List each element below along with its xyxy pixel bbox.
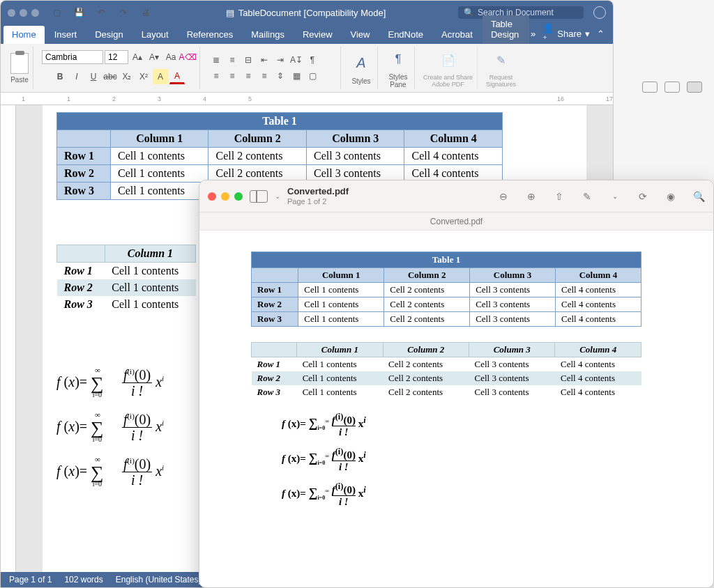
table-row: Row 1Cell 1 contents <box>57 263 196 280</box>
horizontal-ruler[interactable]: 11 23 45 1617 <box>1 93 613 105</box>
line-spacing-icon[interactable]: ⇕ <box>273 68 288 84</box>
underline-button[interactable]: U <box>86 69 101 84</box>
subscript-button[interactable]: X₂ <box>119 69 135 84</box>
pdf-table-1: Table 1 Column 1Column 2Column 3Column 4… <box>251 252 641 327</box>
collapse-ribbon-icon[interactable]: ⌃ <box>597 29 605 39</box>
preview-page-count: Page 1 of 2 <box>287 197 349 206</box>
tab-design[interactable]: Design <box>86 26 131 44</box>
status-words[interactable]: 102 words <box>64 575 102 585</box>
shading-icon[interactable]: ▦ <box>289 68 304 84</box>
decrease-font-icon[interactable]: A▾ <box>146 49 162 65</box>
share-icon: 👤⁺ <box>542 23 554 44</box>
bullets-icon[interactable]: ≣ <box>208 52 224 68</box>
show-marks-icon[interactable]: ¶ <box>305 52 320 68</box>
document-title: ▤ TableDocument [Compatibility Mode] <box>159 8 453 18</box>
change-case-icon[interactable]: Aa <box>163 49 178 65</box>
strike-button[interactable]: abc <box>102 69 118 84</box>
zoom-out-icon[interactable]: ⊖ <box>497 190 510 203</box>
chevron-down-icon: ▾ <box>585 29 590 39</box>
align-center-icon[interactable]: ≡ <box>225 68 240 84</box>
pdf-equation: f (x)= ∑i=0∞ f(i)(0)i ! xi <box>282 447 662 473</box>
signatures-group: ✎ Request Signatures <box>482 47 520 89</box>
window-controls[interactable] <box>208 192 243 201</box>
col-header: Column 4 <box>404 130 503 148</box>
col-header: Column 1 <box>110 130 208 148</box>
styles-pane-button[interactable]: ¶ <box>386 47 410 71</box>
clipboard-group: Paste <box>6 47 33 89</box>
highlight-button[interactable]: A <box>153 69 168 84</box>
col-header: Column 3 <box>306 130 404 148</box>
highlight-icon[interactable]: ◉ <box>664 190 677 203</box>
search-icon[interactable]: 🔍 <box>692 190 705 203</box>
chevron-down-icon[interactable]: ⌄ <box>275 192 280 200</box>
table-row: Row 3Cell 1 contentsCell 2 contentsCell … <box>252 312 641 327</box>
decrease-indent-icon[interactable]: ⇤ <box>257 52 272 68</box>
tab-view[interactable]: View <box>342 26 379 44</box>
share-icon[interactable]: ⇧ <box>553 190 565 203</box>
table-row: Row 2Cell 1 contents <box>57 279 196 296</box>
word-doc-icon: ▤ <box>226 8 234 18</box>
clear-format-icon[interactable]: A⌫ <box>180 49 195 65</box>
paste-button[interactable] <box>10 53 29 74</box>
align-right-icon[interactable]: ≡ <box>241 68 256 84</box>
tab-table-design[interactable]: Table Design <box>483 15 529 44</box>
borders-icon[interactable]: ▢ <box>305 68 320 84</box>
numbering-icon[interactable]: ≡ <box>225 52 240 68</box>
tab-references[interactable]: References <box>178 26 241 44</box>
create-pdf-button[interactable]: 📄 <box>436 48 460 72</box>
share-button[interactable]: 👤⁺ Share ▾ <box>542 23 590 44</box>
increase-font-icon[interactable]: A▴ <box>130 49 145 65</box>
status-page[interactable]: Page 1 of 1 <box>9 575 52 585</box>
chevron-down-icon[interactable]: ⌄ <box>609 190 621 203</box>
adobe-group: 📄 Create and Share Adobe PDF <box>419 47 478 89</box>
save-icon[interactable]: 💾 <box>71 5 86 20</box>
redo-icon[interactable]: ↷ <box>116 5 131 20</box>
print-icon[interactable]: 🖨 <box>138 5 153 20</box>
pdf-page[interactable]: Table 1 Column 1Column 2Column 3Column 4… <box>199 231 713 587</box>
sidebar-toggle-icon[interactable] <box>250 190 268 203</box>
font-group: A▴ A▾ Aa A⌫ B I U abc X₂ X² A A <box>38 47 200 89</box>
table-row: Row 3Cell 1 contentsCell 2 contentsCell … <box>252 385 641 399</box>
preview-tab[interactable]: Converted.pdf <box>199 212 713 231</box>
tab-review[interactable]: Review <box>294 26 341 44</box>
preview-titlebar: ⌄ Converted.pdf Page 1 of 2 ⊖ ⊕ ⇧ ✎ ⌄ ⟳ … <box>199 180 713 212</box>
table-row: Row 3Cell 1 contents <box>57 296 196 313</box>
column-view-icon[interactable] <box>687 82 702 93</box>
italic-button[interactable]: I <box>69 69 84 84</box>
tab-endnote[interactable]: EndNote <box>379 26 432 44</box>
window-controls[interactable] <box>8 9 39 17</box>
align-left-icon[interactable]: ≡ <box>208 68 224 84</box>
word-ribbon-tabs: Home Insert Design Layout References Mai… <box>1 24 613 44</box>
paste-label: Paste <box>10 76 29 84</box>
background-sidebar <box>630 77 714 98</box>
rotate-icon[interactable]: ⟳ <box>637 190 649 203</box>
bold-button[interactable]: B <box>52 69 68 84</box>
styles-button[interactable]: A <box>349 52 373 75</box>
zoom-in-icon[interactable]: ⊕ <box>525 190 538 203</box>
justify-icon[interactable]: ≡ <box>257 68 272 84</box>
sort-icon[interactable]: A↧ <box>289 52 304 68</box>
autosave-icon[interactable]: ▢ <box>49 5 64 20</box>
tab-acrobat[interactable]: Acrobat <box>433 26 481 44</box>
tab-home[interactable]: Home <box>3 26 45 44</box>
tab-overflow-icon[interactable]: » <box>531 29 536 39</box>
account-icon[interactable] <box>593 6 606 19</box>
request-sig-button[interactable]: ✎ <box>489 48 513 72</box>
undo-icon[interactable]: ↶ <box>93 5 109 20</box>
vertical-ruler[interactable] <box>1 105 16 573</box>
list-view-icon[interactable] <box>664 82 680 93</box>
font-color-button[interactable]: A <box>169 69 185 84</box>
tab-mailings[interactable]: Mailings <box>243 26 293 44</box>
word-table-2[interactable]: Column 1 Row 1Cell 1 contents Row 2Cell … <box>56 245 196 313</box>
markup-icon[interactable]: ✎ <box>581 190 593 203</box>
font-size-select[interactable] <box>105 50 128 64</box>
tab-layout[interactable]: Layout <box>133 26 177 44</box>
increase-indent-icon[interactable]: ⇥ <box>273 52 288 68</box>
multilevel-icon[interactable]: ⊟ <box>241 52 256 68</box>
status-language[interactable]: English (United States) <box>116 575 202 585</box>
font-name-select[interactable] <box>42 50 103 64</box>
tab-insert[interactable]: Insert <box>46 26 86 44</box>
superscript-button[interactable]: X² <box>136 69 151 84</box>
styles-label: Styles <box>351 77 370 85</box>
grid-view-icon[interactable] <box>642 82 658 93</box>
